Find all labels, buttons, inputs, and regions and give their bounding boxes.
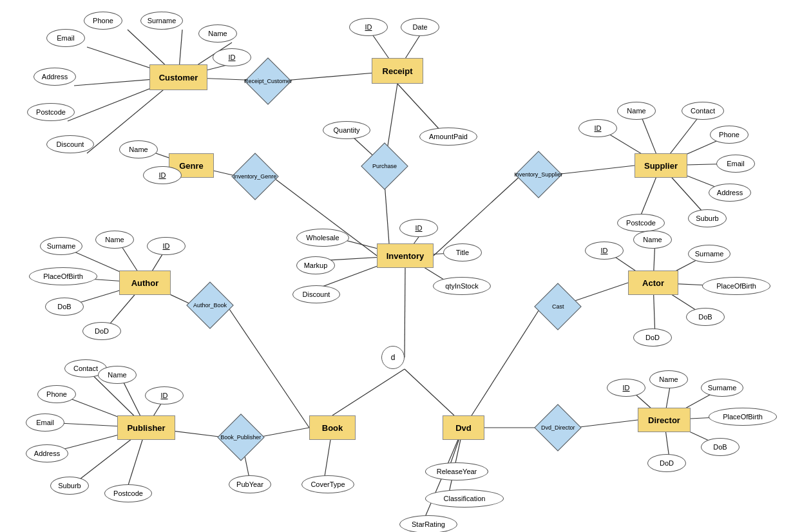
attr-id: ID [349,18,388,36]
attr-discount: Discount [46,135,94,153]
attr-covertype: CoverType [301,475,354,493]
svg-line-18 [405,369,454,415]
attr-name: Name [198,24,237,43]
attr-dod: DoD [647,454,686,472]
entity-book: Book [309,415,356,440]
attr-starrating: StarRating [399,515,457,532]
attr-name: Name [119,140,158,158]
relation-inventory-genre: Inventory_Genre [231,153,279,200]
attr-title: Title [443,243,482,261]
attr-classification: Classification [425,489,504,508]
relation-dvd-director: Dvd_Director [534,404,582,451]
attr-name: Name [617,102,656,120]
er-diagram-canvas: CustomerReceiptGenreSupplierInventoryAut… [0,0,802,532]
svg-line-5 [385,183,389,243]
svg-line-13 [258,428,309,437]
attr-id: ID [585,242,624,260]
svg-line-17 [332,369,405,415]
entity-supplier: Supplier [635,153,687,178]
relation-inventory-supplier: Inventory_Supplier [515,151,562,198]
attr-suburb: Suburb [688,209,727,227]
attr-amountpaid: AmountPaid [419,128,477,146]
relation-book-publisher: Book_Publisher [217,413,265,461]
attr-dob: DoB [701,438,740,456]
attr-surname: Surname [688,245,730,263]
attr-quantity: Quantity [323,121,370,139]
attr-dob: DoB [686,308,725,326]
attr-surname: Surname [40,237,82,255]
attr-id: ID [578,119,617,137]
svg-line-7 [555,166,635,175]
entity-customer: Customer [149,64,207,90]
attr-discount: Discount [292,285,340,303]
attr-phone: Phone [37,385,76,403]
attr-phone: Phone [84,12,122,30]
circle-node-d_node: d [381,346,405,369]
attr-placeofbirth: PlaceOfBirth [702,277,770,295]
relation-purchase: Purchase [361,142,408,190]
attr-email: Email [46,29,85,47]
attr-postcode: Postcode [104,484,152,502]
attr-address: Address [26,444,68,462]
attr-surname: Surname [701,379,743,397]
entity-author: Author [119,271,171,295]
entity-receipt: Receipt [372,58,423,84]
attr-id: ID [143,166,182,184]
attr-id: ID [145,386,184,404]
attr-email: Email [716,155,755,173]
attr-qtyinstock: qtyInStock [433,277,491,295]
attr-date: Date [401,18,439,36]
attr-email: Email [26,413,64,432]
attr-dod: DoD [82,322,121,340]
attr-releaseyear: ReleaseYear [425,462,488,480]
attr-dod: DoD [633,328,672,347]
attr-name: Name [98,366,137,384]
attr-name: Name [95,231,134,249]
attr-postcode: Postcode [27,103,75,121]
attr-id: ID [607,379,645,397]
entity-actor: Actor [628,271,678,295]
attr-pubyear: PubYear [229,475,271,493]
relation-receipt-customer: Receipt_Customer [244,57,292,105]
attr-name: Name [649,370,688,388]
svg-line-16 [405,268,405,357]
entity-director: Director [638,408,691,432]
relation-cast: Cast [534,283,582,330]
svg-line-15 [575,420,638,428]
attr-wholesale: Wholesale [296,229,349,247]
attr-id: ID [213,48,251,66]
attr-contact: Contact [682,102,724,120]
attr-suburb: Suburb [50,477,89,495]
entity-dvd: Dvd [443,415,484,440]
svg-line-29 [397,84,442,132]
attr-placeofbirth: PlaceOfBirth [709,408,777,426]
attr-postcode: Postcode [617,214,665,232]
attr-name: Name [633,231,672,249]
svg-line-9 [227,305,309,428]
entity-publisher: Publisher [117,415,175,440]
attr-placeofbirth: PlaceOfBirth [29,267,97,285]
attr-phone: Phone [710,126,749,144]
attr-id: ID [147,237,186,255]
attr-address: Address [33,68,76,86]
relation-author-book: Author_Book [186,281,234,329]
svg-line-11 [464,307,541,428]
attr-dob: DoB [45,298,84,316]
attr-surname: Surname [140,12,183,30]
svg-line-6 [434,175,522,256]
attr-id: ID [399,219,438,237]
attr-address: Address [709,184,751,202]
attr-markup: Markup [296,256,335,274]
entity-inventory: Inventory [377,243,434,268]
